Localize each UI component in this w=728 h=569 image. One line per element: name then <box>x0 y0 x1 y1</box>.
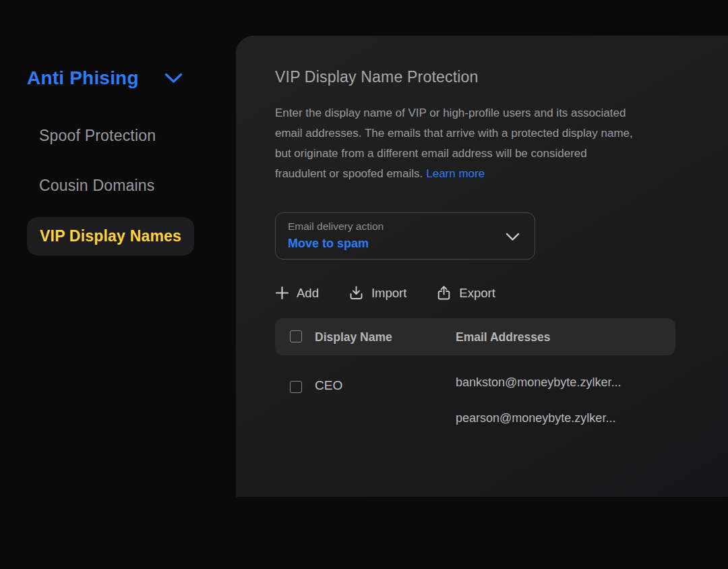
export-button[interactable]: Export <box>436 285 495 301</box>
table-toolbar: Add Import Export <box>275 285 495 301</box>
import-button[interactable]: Import <box>348 285 406 301</box>
vip-display-name-panel: VIP Display Name Protection Enter the di… <box>236 36 728 497</box>
dropdown-label: Email delivery action <box>288 220 522 233</box>
add-button[interactable]: Add <box>275 286 319 301</box>
row-email-address: pearson@moneybyte.zylker... <box>456 411 615 425</box>
add-button-label: Add <box>297 286 319 301</box>
row-display-name: CEO <box>315 378 342 393</box>
select-all-checkbox[interactable] <box>290 330 302 342</box>
sidebar-item-label: VIP Display Names <box>40 227 181 245</box>
table-header: Display Name Email Addresses <box>275 318 675 355</box>
learn-more-link[interactable]: Learn more <box>426 167 485 180</box>
sidebar-item-spoof-protection[interactable]: Spoof Protection <box>39 127 156 145</box>
chevron-down-icon <box>506 233 520 241</box>
sidebar-section-anti-phishing[interactable]: Anti Phising <box>27 67 183 89</box>
sidebar-item-vip-display-names[interactable]: VIP Display Names <box>27 217 194 256</box>
email-delivery-action-dropdown[interactable]: Email delivery action Move to spam <box>275 212 535 260</box>
column-header-email-addresses: Email Addresses <box>456 330 550 344</box>
sidebar-section-label: Anti Phising <box>27 67 139 89</box>
chevron-down-icon <box>164 73 183 84</box>
row-checkbox[interactable] <box>290 381 302 393</box>
export-button-label: Export <box>459 286 495 301</box>
sidebar-item-cousin-domains[interactable]: Cousin Domains <box>39 177 155 195</box>
import-icon <box>348 285 364 301</box>
table-row: CEO bankston@moneybyte.zylker... pearson… <box>275 366 675 442</box>
page-description: Enter the display name of VIP or high-pr… <box>275 103 720 184</box>
dropdown-selected-value: Move to spam <box>288 237 522 251</box>
plus-icon <box>275 286 289 300</box>
import-button-label: Import <box>371 286 406 301</box>
row-email-address: bankston@moneybyte.zylker... <box>456 376 621 390</box>
column-header-display-name: Display Name <box>315 330 392 344</box>
page-title: VIP Display Name Protection <box>275 68 479 86</box>
export-icon <box>436 285 452 301</box>
